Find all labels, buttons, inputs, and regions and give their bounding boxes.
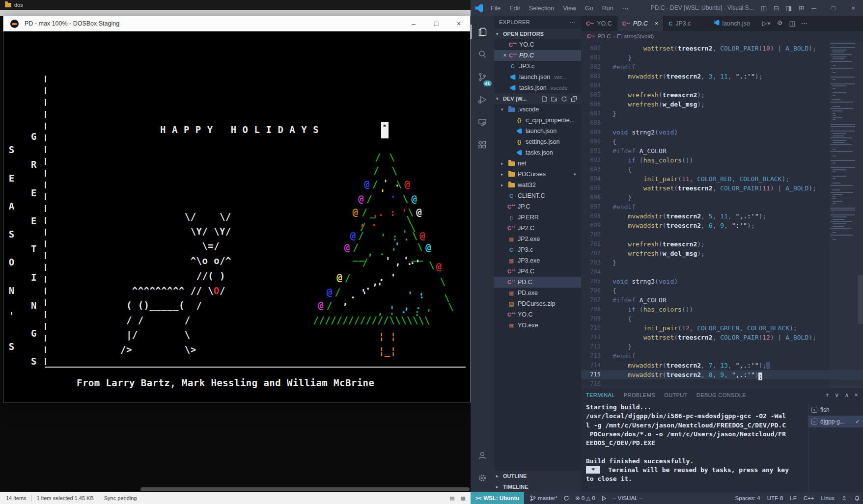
vscode-window-button[interactable]: □ xyxy=(824,4,843,12)
code-line-714[interactable]: 714 mvwaddstr(treescrn2, 7, 13, ",.:'"); xyxy=(581,361,863,370)
code-line-705[interactable]: 705void strng3(void) xyxy=(581,277,863,286)
code-line-682[interactable]: 682#endif xyxy=(581,62,863,72)
tree-item[interactable]: CJP2.C xyxy=(494,223,581,234)
code-line-701[interactable]: 701 wrefresh(treescrn2); xyxy=(581,239,863,249)
search-icon[interactable] xyxy=(471,43,494,66)
code-line-697[interactable]: 697#endif xyxy=(581,202,863,212)
run-file-icon[interactable]: ▷˅ xyxy=(762,20,771,27)
editor-tab-pd.c[interactable]: CPD.C× xyxy=(617,16,664,31)
tree-item[interactable]: ▾.vscode xyxy=(494,104,581,115)
open-editor-item[interactable]: CYO.C xyxy=(494,39,581,50)
more-actions-icon[interactable]: ⋯ xyxy=(801,20,807,27)
refresh-icon[interactable] xyxy=(561,96,567,102)
menu-view[interactable]: View xyxy=(558,5,581,12)
panel-action-icon[interactable]: + xyxy=(826,392,829,398)
dosbox-window-button[interactable]: – xyxy=(402,20,425,27)
code-line-713[interactable]: 713#endif xyxy=(581,351,863,361)
section-timeline[interactable]: ▸TIMELINE xyxy=(494,481,581,492)
bell-icon[interactable] xyxy=(854,495,860,501)
breadcrumb[interactable]: C PD.C › strng3(void) xyxy=(581,31,863,42)
dosbox-title-bar[interactable]: PD - max 100% - DOSBox Staging –□× xyxy=(3,16,470,31)
layout-icon[interactable]: ◨ xyxy=(786,4,792,12)
editor-tab-launch.jso[interactable]: launch.jso xyxy=(709,16,755,31)
desktop-folder-label[interactable]: dos xyxy=(14,2,23,8)
code-line-689[interactable]: 689void strng2(void) xyxy=(581,128,863,137)
panel-tab-terminal[interactable]: TERMINAL xyxy=(586,392,615,398)
tree-item[interactable]: ▦PD.exe xyxy=(494,288,581,298)
tree-item[interactable]: launch.json xyxy=(494,126,581,136)
code-line-716[interactable]: 716 xyxy=(581,379,863,388)
code-line-681[interactable]: 681 } xyxy=(581,53,863,62)
tree-item[interactable]: ▦JP2.exe xyxy=(494,234,581,244)
vscode-window-button[interactable]: × xyxy=(843,4,863,12)
code-line-695[interactable]: 695 wattrset(treescrn2, COLOR_PAIR(11) |… xyxy=(581,184,863,193)
code-line-711[interactable]: 711 wattrset(treescrn2, COLOR_PAIR(12) |… xyxy=(581,333,863,342)
menu-selection[interactable]: Selection xyxy=(525,5,558,12)
code-line-712[interactable]: 712 } xyxy=(581,342,863,351)
code-line-708[interactable]: 708 if (has_colors()) xyxy=(581,305,863,314)
code-line-702[interactable]: 702 wrefresh(w_del_msg); xyxy=(581,249,863,258)
editor-tab-yo.c[interactable]: CYO.C xyxy=(581,16,617,31)
source-control-icon[interactable]: 41 xyxy=(471,66,494,88)
dosbox-window-button[interactable]: × xyxy=(447,20,470,27)
code-line-691[interactable]: 691#ifdef A_COLOR xyxy=(581,146,863,156)
layout-icon[interactable]: ◫ xyxy=(761,4,767,12)
panel-tab-debug-console[interactable]: DEBUG CONSOLE xyxy=(696,392,746,398)
panel-action-icon[interactable]: ∨ xyxy=(835,392,839,398)
menu-⋯[interactable]: ⋯ xyxy=(618,5,633,12)
tree-item[interactable]: CJP.C xyxy=(494,201,581,212)
settings-gear-icon[interactable] xyxy=(471,467,494,489)
tree-item[interactable]: ▯JP.ERR xyxy=(494,212,581,223)
panel-action-icon[interactable]: ∧ xyxy=(844,392,849,398)
code-line-699[interactable]: 699 mvwaddstr(treescrn2, 6, 9, ":'"); xyxy=(581,221,863,230)
section-outline[interactable]: ▸OUTLINE xyxy=(494,471,581,481)
tree-item[interactable]: ▦YO.exe xyxy=(494,320,581,331)
code-line-693[interactable]: 693 { xyxy=(581,165,863,174)
layout-icon[interactable]: ⊟ xyxy=(774,4,779,12)
new-file-icon[interactable] xyxy=(541,96,548,102)
terminal-shell-item[interactable]: >fish xyxy=(808,404,863,416)
menu-go[interactable]: Go xyxy=(581,5,598,12)
code-line-687[interactable]: 687} xyxy=(581,109,863,118)
code-line-680[interactable]: 680 wattrset(treescrn2, COLOR_PAIR(10) |… xyxy=(581,44,863,53)
editor-tab-jp3.c[interactable]: CJP3.c xyxy=(664,16,696,31)
code-editor[interactable]: 680 wattrset(treescrn2, COLOR_PAIR(10) |… xyxy=(581,42,863,388)
code-line-706[interactable]: 706{ xyxy=(581,286,863,295)
code-line-690[interactable]: 690{ xyxy=(581,137,863,146)
status-item[interactable]: Linux xyxy=(821,495,835,501)
tree-item[interactable]: ▸watt32 xyxy=(494,180,581,190)
tree-item[interactable]: ▦JP3.exe xyxy=(494,255,581,266)
panel-tab-output[interactable]: OUTPUT xyxy=(664,392,688,398)
open-editor-item[interactable]: launch.json.vsc... xyxy=(494,72,581,82)
git-branch-item[interactable]: master* xyxy=(530,495,557,502)
tree-item[interactable]: CCLIENT.C xyxy=(494,190,581,201)
code-line-704[interactable]: 704 xyxy=(581,267,863,277)
grid-view-icon[interactable]: ▦ xyxy=(461,495,466,502)
workspace-section-header[interactable]: ▾ DEV [W... xyxy=(494,93,581,104)
tree-item[interactable]: ▸PDCurses● xyxy=(494,169,581,180)
tree-item[interactable]: CJP4.C xyxy=(494,266,581,277)
remote-explorer-icon[interactable] xyxy=(471,111,494,133)
status-item[interactable]: C++ xyxy=(804,495,814,501)
menu-file[interactable]: File xyxy=(486,5,505,12)
terminal-shell-item[interactable]: >djgpp-g...✓ xyxy=(808,416,863,427)
code-line-696[interactable]: 696 } xyxy=(581,193,863,202)
tree-item[interactable]: {}settings.json xyxy=(494,136,581,147)
code-line-715[interactable]: 715 mvwaddstr(treescrn2, 8, 9, ",.:'"); xyxy=(581,370,863,379)
code-line-688[interactable]: 688 xyxy=(581,118,863,128)
explorer-icon[interactable] xyxy=(471,21,494,43)
split-editor-icon[interactable]: ◫ xyxy=(789,20,795,27)
terminal-output[interactable]: Starting build.../usr/local/djgpp/bin/i5… xyxy=(581,402,808,492)
code-line-709[interactable]: 709 { xyxy=(581,314,863,323)
new-folder-icon[interactable] xyxy=(551,96,557,102)
problems-item[interactable]: ⊗ 0 △ 0 xyxy=(575,495,595,502)
tree-item[interactable]: ▤PDCurses.zip xyxy=(494,298,581,309)
open-editor-item[interactable]: ×CPD.C xyxy=(494,50,581,61)
close-icon[interactable]: × xyxy=(501,52,509,59)
code-line-685[interactable]: 685 wrefresh(treescrn2); xyxy=(581,90,863,100)
code-line-700[interactable]: 700 xyxy=(581,230,863,239)
dosbox-window-button[interactable]: □ xyxy=(425,20,447,27)
sidebar-more-icon[interactable]: ⋯ xyxy=(570,19,576,26)
breadcrumb-file[interactable]: PD.C xyxy=(597,33,611,39)
vscode-window-button[interactable]: ─ xyxy=(804,4,824,12)
